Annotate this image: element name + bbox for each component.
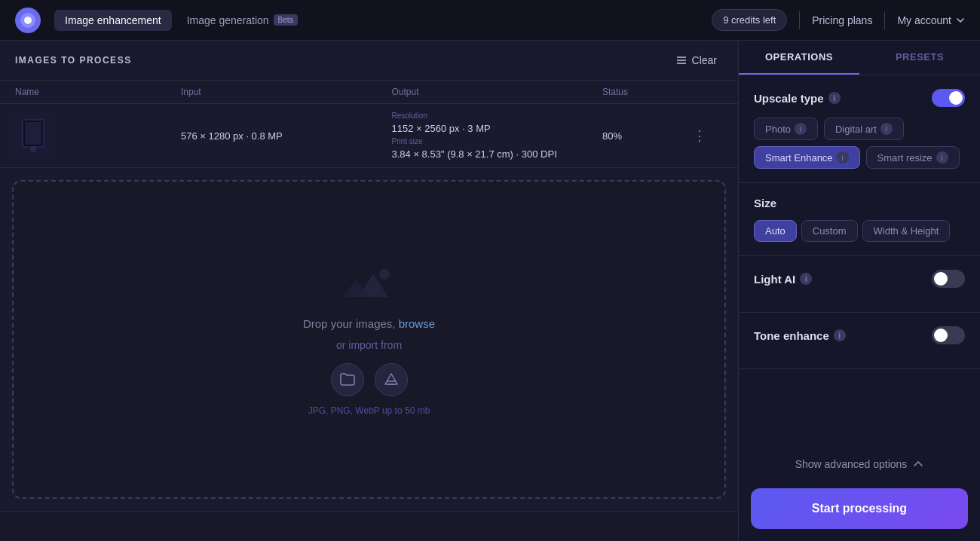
my-account-menu[interactable]: My account: [897, 14, 965, 26]
left-panel: IMAGES TO PROCESS Clear Name Input Outpu…: [0, 41, 739, 541]
thumbnail: [15, 112, 51, 160]
tone-enhance-toggle-knob: [934, 329, 948, 342]
light-ai-row: Light AI i: [754, 270, 965, 288]
bottom-drop-area: [0, 511, 738, 541]
size-row: Size: [754, 197, 965, 209]
tab-image-enhancement[interactable]: Image enhancement: [54, 10, 172, 31]
tone-enhance-info-icon: i: [834, 329, 846, 341]
upscale-type-section: Upscale type i Photo i Digital art i Sma…: [739, 75, 980, 183]
ops-tabs: OPERATIONS PRESETS: [739, 41, 980, 75]
more-options-button[interactable]: ⋮: [693, 127, 706, 144]
credits-pill: 9 credits left: [712, 9, 787, 31]
type-photo-button[interactable]: Photo i: [754, 118, 818, 140]
light-ai-info-icon: i: [800, 273, 812, 285]
photo-info-icon: i: [795, 123, 807, 135]
image-thumb: [19, 115, 47, 157]
light-ai-toggle-knob: [934, 272, 948, 286]
pricing-plans-link[interactable]: Pricing plans: [812, 14, 872, 26]
svg-point-10: [30, 146, 36, 152]
size-section: Size Auto Custom Width & Height: [739, 183, 980, 256]
import-folder-button[interactable]: [331, 363, 364, 396]
right-spacer: [739, 369, 980, 448]
nav-tabs: Image enhancement Image generation Beta: [54, 10, 712, 31]
light-ai-label: Light AI i: [754, 273, 812, 286]
drop-zone[interactable]: Drop your images, browse or import from: [12, 180, 726, 499]
nav-divider: [799, 11, 800, 29]
drop-text: Drop your images, browse: [303, 317, 435, 330]
file-cell: [15, 112, 181, 160]
size-label: Size: [754, 197, 776, 209]
tab-operations[interactable]: OPERATIONS: [739, 41, 859, 75]
start-processing-button[interactable]: Start processing: [751, 488, 968, 529]
upscale-type-label: Upscale type i: [754, 92, 841, 105]
output-cell: Resolution 1152 × 2560 px · 3 MP Print s…: [392, 112, 603, 160]
tone-enhance-section: Tone enhance i: [739, 313, 980, 369]
upscale-type-toggle-knob: [949, 91, 963, 105]
browse-link[interactable]: browse: [399, 317, 435, 330]
tone-enhance-toggle[interactable]: [932, 326, 965, 344]
svg-rect-9: [25, 122, 41, 145]
input-cell: 576 × 1280 px · 0.8 MP: [181, 129, 392, 142]
upscale-type-buttons: Photo i Digital art i Smart Enhance i Sm…: [754, 118, 965, 169]
upscale-type-info-icon: i: [828, 92, 841, 104]
right-panel: OPERATIONS PRESETS Upscale type i Photo: [739, 41, 980, 541]
import-from-text: or import from: [336, 339, 402, 351]
table-header: Name Input Output Status: [0, 81, 738, 104]
topnav: Image enhancement Image generation Beta …: [0, 0, 980, 41]
light-ai-toggle[interactable]: [932, 270, 965, 288]
images-section-title: IMAGES TO PROCESS: [15, 55, 132, 66]
svg-point-2: [24, 17, 32, 24]
folder-icon: [340, 373, 355, 387]
nav-right: 9 credits left Pricing plans My account: [712, 9, 965, 31]
images-header: IMAGES TO PROCESS Clear: [0, 41, 738, 81]
smart-enhance-info-icon: i: [837, 151, 849, 164]
show-advanced-options[interactable]: Show advanced options: [739, 448, 980, 481]
type-digital-art-button[interactable]: Digital art i: [824, 118, 904, 140]
logo: [15, 8, 41, 33]
tab-image-generation[interactable]: Image generation Beta: [176, 10, 309, 31]
size-wh-button[interactable]: Width & Height: [862, 220, 951, 242]
tone-enhance-label: Tone enhance i: [754, 329, 846, 342]
tone-enhance-row: Tone enhance i: [754, 326, 965, 344]
upscale-type-row: Upscale type i: [754, 89, 965, 107]
light-ai-section: Light AI i: [739, 256, 980, 313]
size-auto-button[interactable]: Auto: [754, 220, 797, 242]
file-types-text: JPG, PNG, WebP up to 50 mb: [308, 405, 430, 416]
status-cell: 80%: [602, 130, 693, 142]
nav-divider2: [884, 11, 885, 29]
drop-image-icon: [339, 263, 400, 308]
chevron-up-icon: [913, 459, 923, 469]
more-options-cell: ⋮: [693, 127, 723, 144]
svg-marker-15: [385, 374, 397, 384]
list-icon: [675, 54, 688, 66]
import-drive-button[interactable]: [375, 363, 408, 396]
drive-icon: [384, 372, 399, 387]
tab-presets[interactable]: PRESETS: [859, 41, 980, 75]
clear-button[interactable]: Clear: [669, 51, 723, 69]
smart-resize-info-icon: i: [936, 151, 948, 164]
upscale-type-toggle[interactable]: [932, 89, 965, 107]
size-custom-button[interactable]: Custom: [801, 220, 858, 242]
size-buttons: Auto Custom Width & Height: [754, 220, 965, 242]
main-layout: IMAGES TO PROCESS Clear Name Input Outpu…: [0, 41, 980, 541]
type-smart-enhance-button[interactable]: Smart Enhance i: [754, 146, 860, 169]
beta-badge: Beta: [274, 14, 299, 26]
svg-point-14: [379, 269, 390, 280]
type-smart-resize-button[interactable]: Smart resize i: [866, 146, 960, 169]
digital-art-info-icon: i: [880, 123, 893, 135]
table-row: 576 × 1280 px · 0.8 MP Resolution 1152 ×…: [0, 104, 738, 168]
chevron-down-icon: [956, 16, 965, 25]
import-icons: [331, 363, 408, 396]
